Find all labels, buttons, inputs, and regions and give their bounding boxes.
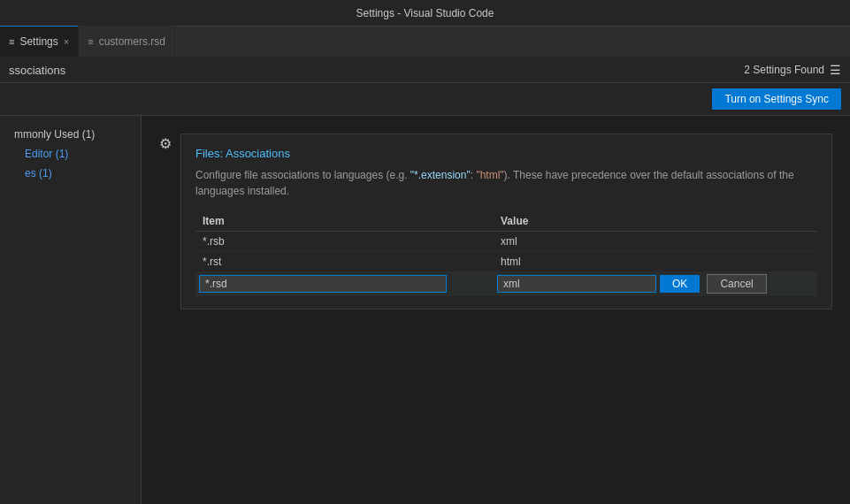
table-row-editing: OK Cancel [195,272,817,296]
edit-value-input[interactable] [497,275,656,293]
sidebar: mmonly Used (1) Editor (1) es (1) [0,116,142,504]
sidebar-item-es[interactable]: es (1) [0,164,141,183]
col-item-header: Item [195,211,494,232]
table-row: *.rsb xml [195,232,817,252]
filter-icon[interactable]: ☰ [830,63,841,77]
setting-block: Files: Associations Configure file assoc… [180,134,832,309]
settings-tab-icon: ≡ [9,36,14,47]
ok-button[interactable]: OK [660,275,700,293]
row-item-rsd [195,272,494,296]
row-value-rsb: xml [494,232,817,252]
search-query-display: ssociations [9,64,65,77]
row-value-rst: html [494,252,817,272]
sync-button[interactable]: Turn on Settings Sync [712,88,841,110]
gear-button[interactable]: ⚙ [159,135,172,152]
settings-tab-label: Settings [19,35,57,48]
setting-title: Files: Associations [195,147,817,160]
row-item-rsb: *.rsb [195,232,494,252]
row-value-rsd-cell: OK Cancel [494,272,817,296]
content-area: ⚙ Files: Associations Configure file ass… [142,116,850,504]
search-input-wrap[interactable]: ssociations [9,64,744,77]
col-value-header: Value [494,211,817,232]
cancel-button[interactable]: Cancel [707,274,766,294]
window-title: Settings - Visual Studio Code [356,7,494,19]
search-result-info: 2 Settings Found ☰ [744,63,841,77]
setting-category: Files: [195,147,223,160]
customers-tab-icon: ≡ [88,36,93,47]
tab-settings[interactable]: ≡ Settings × [0,26,79,57]
desc-code-val: "html" [476,169,503,181]
table-row: *.rst html [195,252,817,272]
associations-table: Item Value *.rsb xml *.rst htm [195,211,817,296]
sidebar-section-label: mmonly Used (1) [14,128,95,141]
desc-plain: Configure file associations to languages… [195,169,410,181]
result-count: 2 Settings Found [744,64,824,76]
search-bar: ssociations 2 Settings Found ☰ [0,57,850,83]
row-item-rst: *.rst [195,252,494,272]
main-content: mmonly Used (1) Editor (1) es (1) ⚙ File… [0,116,850,504]
sync-bar: Turn on Settings Sync [0,83,850,116]
tab-customers[interactable]: ≡ customers.rsd [79,26,175,57]
title-bar: Settings - Visual Studio Code [0,0,850,27]
action-cell: OK Cancel [497,274,814,294]
setting-name: Associations [226,147,290,160]
section-header: ⚙ Files: Associations Configure file ass… [159,134,832,309]
tab-bar: ≡ Settings × ≡ customers.rsd [0,27,850,57]
setting-description: Configure file associations to languages… [195,167,817,199]
edit-item-input[interactable] [199,275,447,293]
customers-tab-label: customers.rsd [99,35,165,48]
desc-code-key: "*.extension" [410,169,471,181]
sidebar-item-editor[interactable]: Editor (1) [0,144,141,164]
sidebar-item-label: Editor (1) [25,148,68,160]
settings-tab-close-icon[interactable]: × [64,36,69,47]
sidebar-section-commonly-used[interactable]: mmonly Used (1) [0,125,141,144]
sidebar-item-label-2: es (1) [25,167,52,179]
